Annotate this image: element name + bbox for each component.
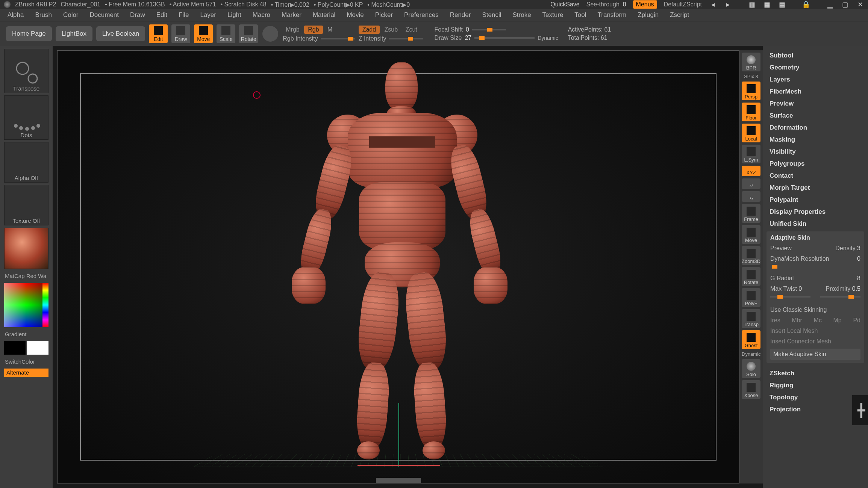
section-geometry[interactable]: Geometry <box>766 62 865 74</box>
section-fibermesh[interactable]: FiberMesh <box>766 86 865 98</box>
z-intensity-slider[interactable] <box>389 38 423 39</box>
minimize-icon[interactable]: ▁ <box>826 0 834 9</box>
menu-color[interactable]: Color <box>63 11 79 19</box>
menus-button[interactable]: Menus <box>633 0 657 9</box>
mrgb-toggle[interactable]: Mrgb <box>283 26 302 33</box>
gradient-label[interactable]: Gradient <box>4 329 48 339</box>
section-projection[interactable]: Projection <box>766 403 865 415</box>
ires-slider[interactable]: Ires <box>770 317 780 324</box>
move-view-button[interactable]: Move <box>742 225 760 244</box>
lightbox-button[interactable]: LightBox <box>56 26 92 41</box>
menu-alpha[interactable]: Alpha <box>8 11 24 19</box>
rotate-mode-button[interactable]: Rotate <box>239 24 258 43</box>
menu-stroke[interactable]: Stroke <box>512 11 531 19</box>
primary-color-swatch[interactable] <box>27 341 48 355</box>
timeline-scrubber[interactable] <box>376 478 421 483</box>
panel-mid-icon[interactable]: ▦ <box>763 0 771 9</box>
spix-slider[interactable]: SPix 3 <box>742 74 760 79</box>
frame-button[interactable]: Frame <box>742 204 760 223</box>
texture-palette[interactable]: Texture Off <box>4 185 48 225</box>
draw-size-slider[interactable] <box>474 37 535 39</box>
hue-strip[interactable] <box>42 283 48 327</box>
menu-texture[interactable]: Texture <box>542 11 564 19</box>
section-surface[interactable]: Surface <box>766 110 865 122</box>
ghost-button[interactable]: Ghost <box>742 330 760 349</box>
maxtwist-slider[interactable] <box>770 296 810 298</box>
menu-stencil[interactable]: Stencil <box>482 11 501 19</box>
menu-layer[interactable]: Layer <box>200 11 216 19</box>
mbr-slider[interactable]: Mbr <box>792 317 802 324</box>
menu-preferences[interactable]: Preferences <box>404 11 439 19</box>
draw-mode-button[interactable]: Draw <box>171 24 190 43</box>
transp-button[interactable]: Transp <box>742 309 760 328</box>
home-page-button[interactable]: Home Page <box>6 26 52 41</box>
move-mode-button[interactable]: Move <box>194 24 213 43</box>
stroke-palette[interactable]: Dots <box>4 95 48 140</box>
axis-rot-b-button[interactable]: ⤿ <box>742 191 760 202</box>
material-palette[interactable] <box>4 228 48 269</box>
edit-mode-button[interactable]: Edit <box>149 24 168 43</box>
section-morph-target[interactable]: Morph Target <box>766 182 865 194</box>
insert-connector-mesh-button[interactable]: Insert Connector Mesh <box>770 338 860 345</box>
menu-light[interactable]: Light <box>227 11 241 19</box>
section-preview[interactable]: Preview <box>766 98 865 110</box>
section-layers[interactable]: Layers <box>766 74 865 86</box>
make-adaptive-skin-button[interactable]: Make Adaptive Skin <box>770 349 860 360</box>
arrow-left-icon[interactable]: ◂ <box>709 0 717 9</box>
rotate-view-button[interactable]: Rotate <box>742 267 760 286</box>
section-polypaint[interactable]: Polypaint <box>766 194 865 206</box>
panel-left-icon[interactable]: ▥ <box>748 0 756 9</box>
panel-right-icon[interactable]: ▤ <box>778 0 786 9</box>
lsym-button[interactable]: L.Sym <box>742 145 760 163</box>
menu-zscript[interactable]: Zscript <box>670 11 689 19</box>
zsub-toggle[interactable]: Zsub <box>382 26 401 33</box>
section-display-properties[interactable]: Display Properties <box>766 206 865 218</box>
dynamic-toggle[interactable]: Dynamic <box>742 351 760 357</box>
menu-material[interactable]: Material <box>313 11 335 19</box>
rgb-toggle[interactable]: Rgb <box>304 26 323 34</box>
xpose-button[interactable]: Xpose <box>742 380 760 399</box>
menu-marker[interactable]: Marker <box>282 11 301 19</box>
floor-button[interactable]: Floor <box>742 103 760 121</box>
section-deformation[interactable]: Deformation <box>766 122 865 134</box>
transpose-palette[interactable]: Transpose <box>4 49 48 93</box>
persp-button[interactable]: Persp <box>742 82 760 100</box>
arrow-right-icon[interactable]: ▸ <box>724 0 732 9</box>
menu-tool[interactable]: Tool <box>574 11 586 19</box>
menu-movie[interactable]: Movie <box>347 11 364 19</box>
m-toggle[interactable]: M <box>324 26 335 33</box>
menu-transform[interactable]: Transform <box>598 11 627 19</box>
menu-document[interactable]: Document <box>90 11 119 19</box>
section-rigging[interactable]: Rigging <box>766 379 865 391</box>
close-icon[interactable]: ✕ <box>856 0 864 9</box>
axis-rot-a-button[interactable]: ⤾ <box>742 178 760 189</box>
menu-macro[interactable]: Macro <box>253 11 270 19</box>
bpr-button[interactable]: BPR <box>742 53 760 71</box>
menu-draw[interactable]: Draw <box>130 11 145 19</box>
maximize-icon[interactable]: ▢ <box>841 0 849 9</box>
section-subtool[interactable]: Subtool <box>766 50 865 62</box>
rgb-intensity-slider[interactable] <box>321 38 355 39</box>
viewport[interactable] <box>57 50 739 483</box>
zoom3d-button[interactable]: Zoom3D <box>742 246 760 265</box>
menu-brush[interactable]: Brush <box>35 11 52 19</box>
section-unified-skin[interactable]: Unified Skin <box>766 218 865 230</box>
switch-color-button[interactable]: SwitchColor <box>4 357 48 366</box>
local-button[interactable]: Local <box>742 124 760 142</box>
live-boolean-button[interactable]: Live Boolean <box>96 26 145 41</box>
menu-picker[interactable]: Picker <box>375 11 393 19</box>
section-visibility[interactable]: Visibility <box>766 146 865 158</box>
section-topology[interactable]: Topology <box>766 391 865 403</box>
preview-button[interactable]: Preview <box>770 245 792 252</box>
gyro-button[interactable] <box>262 25 279 42</box>
mp-toggle[interactable]: Mp <box>833 317 842 324</box>
pd-toggle[interactable]: Pd <box>853 317 860 324</box>
section-polygroups[interactable]: Polygroups <box>766 158 865 170</box>
focal-shift-slider[interactable] <box>472 29 506 30</box>
solo-button[interactable]: Solo <box>742 359 760 378</box>
seethrough-slider[interactable]: See-through 0 <box>586 1 626 8</box>
dynamic-label[interactable]: Dynamic <box>538 35 558 41</box>
proximity-slider[interactable] <box>820 296 860 298</box>
color-picker[interactable] <box>4 283 48 327</box>
polyf-button[interactable]: PolyF <box>742 288 760 307</box>
